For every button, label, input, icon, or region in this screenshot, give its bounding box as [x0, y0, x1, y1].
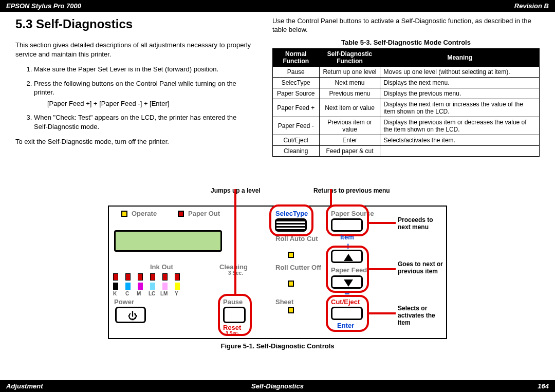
table-caption: Table 5-3. Self-Diagnostic Mode Controls	[272, 39, 540, 46]
ink-dot	[138, 283, 143, 290]
step-2: Press the following buttons on the Contr…	[34, 79, 252, 108]
lcd-display	[114, 230, 222, 252]
callout-line	[368, 312, 396, 314]
exit-note: To exit the Self-Diagnostic mode, turn o…	[15, 137, 252, 146]
sheet-label: Sheet	[275, 298, 293, 306]
rollauto-led	[288, 252, 294, 258]
ink-dot	[162, 283, 168, 290]
ink-dot	[113, 283, 118, 290]
power-button[interactable]: ⏻	[115, 307, 146, 323]
right-intro: Use the Control Panel buttons to activat…	[272, 17, 540, 34]
annot-selects: Selects or activates the item	[398, 305, 447, 326]
page-header: EPSON Stylus Pro 7000 Revision B	[0, 0, 555, 12]
annot-goesto: Goes to next or previous item	[398, 261, 447, 275]
footer-left: Adjustment	[6, 382, 43, 390]
ink-dot	[150, 283, 155, 290]
callout-line	[234, 189, 236, 294]
ink-led	[150, 273, 155, 281]
papersource-ring	[326, 204, 369, 236]
operate-label: Operate	[132, 210, 157, 217]
sheet-led	[288, 307, 294, 313]
table-row: PauseReturn up one levelMoves up one lev…	[273, 66, 540, 77]
paperout-led	[178, 211, 184, 217]
rollcutter-label: Roll Cutter Off	[275, 264, 321, 271]
table-row: SelecTypeNext menuDisplays the next menu…	[273, 77, 540, 88]
control-panel-figure: Jumps up a level Returns to previous men…	[108, 206, 447, 350]
ink-led	[162, 273, 168, 281]
rollcutter-led	[288, 281, 294, 287]
operate-led	[121, 211, 127, 217]
step-2-keys: [Paper Feed +] + [Paper Feed -] + [Enter…	[47, 99, 252, 108]
cleaning-label: Cleaning	[219, 263, 248, 271]
callout-line	[368, 268, 396, 270]
table-row: Paper SourcePrevious menuDisplays the pr…	[273, 88, 540, 99]
annot-returns: Returns to previous menu	[313, 188, 390, 195]
section-title: 5.3 Self-Diagnostics	[15, 17, 252, 31]
th-normal: Normal Function	[273, 48, 320, 66]
page-footer: Adjustment Self-Diagnostics 164	[0, 380, 555, 392]
table-row: Paper Feed +Next item or valueDisplays t…	[273, 99, 540, 117]
table-row: Cut/EjectEnterSelects/activates the item…	[273, 135, 540, 145]
footer-center: Self-Diagnostics	[251, 382, 304, 390]
th-meaning: Meaning	[380, 48, 540, 66]
header-left: EPSON Stylus Pro 7000	[6, 2, 81, 10]
callout-line	[330, 189, 332, 206]
annot-proceeds: Proceeds to next menu	[398, 217, 447, 231]
power-label: Power	[114, 298, 134, 306]
callout-line	[368, 222, 396, 224]
step-1: Make sure the Paper Set Lever is in the …	[34, 65, 252, 74]
intro: This section gives detailed descriptions…	[15, 41, 252, 59]
figure-caption: Figure 5-1. Self-Diagnostic Controls	[108, 342, 447, 350]
pause-ring	[218, 294, 252, 336]
step-3: When "Check: Test" appears on the LCD, t…	[34, 113, 252, 131]
ink-led	[175, 273, 180, 281]
item-label: Item	[340, 233, 354, 241]
ink-led	[138, 273, 143, 281]
paperfeed-ring	[326, 246, 369, 293]
cuteject-ring	[326, 295, 369, 332]
ink-dot	[125, 283, 131, 290]
th-selfdiag: Self-Diagnostic Function	[319, 48, 380, 66]
control-panel: Operate Paper Out Ink Out Cleaning 3 Sec…	[108, 206, 447, 339]
rollauto-label: Roll Auto Cut	[275, 235, 318, 242]
ink-led	[125, 273, 131, 281]
ink-dot	[175, 283, 180, 290]
power-icon: ⏻	[128, 311, 137, 322]
paperout-label: Paper Out	[188, 210, 220, 217]
modes-table: Normal Function Self-Diagnostic Function…	[272, 48, 540, 157]
header-right: Revision B	[514, 2, 549, 10]
selectype-ring	[269, 204, 313, 236]
table-row: Paper Feed -Previous item or valueDispla…	[273, 117, 540, 135]
table-row: CleaningFeed paper & cut	[273, 145, 540, 156]
footer-right: 164	[538, 382, 549, 390]
inkout-label: Ink Out	[150, 263, 173, 271]
ink-led	[113, 273, 118, 281]
